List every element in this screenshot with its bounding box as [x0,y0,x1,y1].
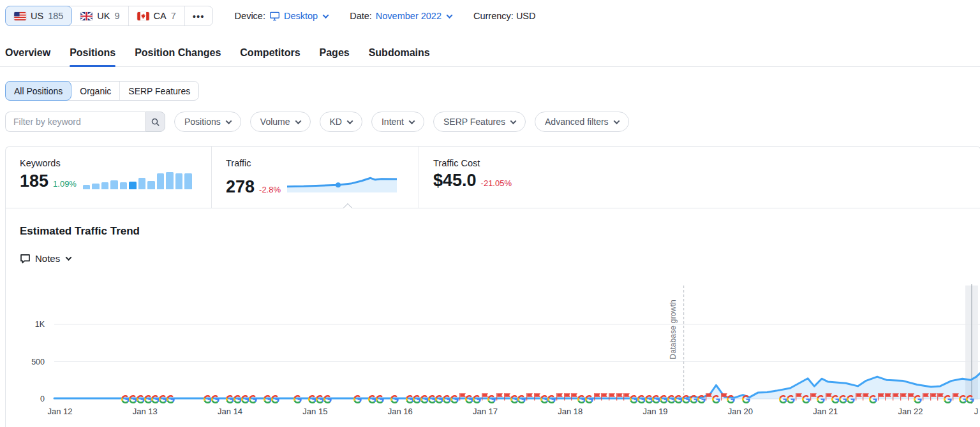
google-update-marker[interactable] [271,395,279,403]
position-type-tabs: All PositionsOrganicSERP Features [5,81,199,101]
keyword-filter-input[interactable] [5,112,145,132]
country-tab-us[interactable]: US185 [5,6,72,26]
metric-keywords[interactable]: Keywords 185 1.09% [6,147,211,208]
traffic-sparkline [287,172,397,195]
google-update-marker[interactable] [249,395,257,403]
keywords-spark-bar [138,178,146,189]
keywords-spark-bar [92,184,100,189]
top-bar: US185UK9CA7••• Device: Desktop Date: Nov… [0,0,980,27]
x-axis-tick-label: J [974,407,979,416]
google-update-icon [211,395,219,403]
chip-organic[interactable]: Organic [71,82,120,100]
x-axis-tick-label: Jan 22 [898,407,923,416]
metric-label: Keywords [20,158,211,168]
filter-dropdown-positions[interactable]: Positions [174,112,241,132]
database-growth-annotation: Database growth [669,300,678,359]
tab-subdomains[interactable]: Subdomains [369,43,430,66]
tab-competitors[interactable]: Competitors [240,43,300,66]
keywords-value: 185 [20,173,48,190]
chevron-down-icon [66,254,72,261]
note-bubble-icon [20,254,31,264]
trend-section-header: Estimated Traffic Trend Notes [6,208,980,264]
keywords-spark-bar [129,182,137,189]
google-update-icon [390,395,399,403]
keywords-sparkline [83,172,192,189]
metric-label: Traffic Cost [433,158,980,168]
keyword-search [5,112,165,132]
country-tab-ca[interactable]: CA7 [129,6,185,25]
keywords-delta: 1.09% [53,179,77,189]
google-update-marker[interactable] [293,395,302,403]
device-selector[interactable]: Desktop [269,11,328,21]
section-divider [6,208,980,208]
google-update-marker[interactable] [353,395,362,403]
country-code: UK [97,11,110,21]
search-button[interactable] [145,112,165,132]
filter-dropdown-advanced-filters[interactable]: Advanced filters [535,112,629,132]
traffic-value: 278 [226,178,255,196]
desktop-icon [269,11,280,21]
trend-title: Estimated Traffic Trend [20,225,980,238]
google-update-icon [353,395,362,403]
filter-row: PositionsVolumeKDIntentSERP FeaturesAdva… [0,101,980,132]
filter-dropdown-label: Intent [382,117,404,127]
search-icon [151,117,160,127]
x-axis-tick-label: Jan 20 [728,407,753,416]
x-axis-tick-label: Jan 16 [388,407,413,416]
google-update-icon [323,395,332,403]
country-code: CA [154,11,167,21]
keywords-spark-bar [147,181,155,189]
country-tabs: US185UK9CA7••• [5,6,213,26]
chevron-down-icon [225,118,232,124]
filter-dropdown-label: SERP Features [443,117,505,127]
google-update-marker[interactable] [167,395,175,403]
metric-traffic[interactable]: Traffic 278 -2.8% [211,147,419,208]
tab-positions[interactable]: Positions [70,43,115,66]
google-update-marker[interactable] [323,395,332,403]
notes-label: Notes [35,253,60,264]
country-count: 7 [171,11,176,21]
chip-serp-features[interactable]: SERP Features [120,82,198,100]
tab-overview[interactable]: Overview [5,43,50,66]
google-update-marker[interactable] [727,395,735,403]
google-update-marker[interactable] [390,395,399,403]
filter-dropdown-intent[interactable]: Intent [371,112,424,132]
traffic-trend-chart: 05001KJan 12Jan 13Jan 14Jan 15Jan 16Jan … [0,282,980,423]
notes-toggle[interactable]: Notes [20,253,71,264]
x-axis-tick-label: Jan 21 [813,407,838,416]
google-update-icon [966,395,974,403]
uk-flag-icon [80,12,93,20]
filter-dropdown-kd[interactable]: KD [320,112,362,132]
keywords-spark-bar [110,180,118,189]
chevron-down-icon [295,118,301,124]
positions-card: Keywords 185 1.09% Traffic 278 -2.8% Tra… [5,146,980,427]
report-nav-tabs: OverviewPositionsPosition ChangesCompeti… [0,43,980,67]
keywords-spark-bar [83,185,91,189]
tab-pages[interactable]: Pages [320,43,350,66]
device-value: Desktop [284,11,318,21]
google-update-icon [167,395,175,403]
x-axis-tick-label: Jan 18 [558,407,583,416]
tab-position-changes[interactable]: Position Changes [135,43,221,66]
filter-dropdown-label: Volume [260,117,290,127]
filter-dropdown-label: Positions [184,117,221,127]
y-axis-tick-label: 500 [6,358,45,366]
x-axis-tick-label: Jan 19 [643,407,668,416]
google-update-marker[interactable] [742,395,750,403]
metric-traffic-cost[interactable]: Traffic Cost $45.0 -21.05% [419,147,980,208]
position-type-row: All PositionsOrganicSERP Features [0,67,980,101]
google-update-icon [742,395,750,403]
country-tab-uk[interactable]: UK9 [72,6,128,25]
date-selector[interactable]: November 2022 [376,11,452,21]
filter-dropdown-serp-features[interactable]: SERP Features [433,112,526,132]
chip-all-positions[interactable]: All Positions [5,81,71,101]
more-countries-button[interactable]: ••• [185,6,212,25]
keywords-spark-bar [157,173,165,189]
traffic-cost-value: $45.0 [433,172,477,189]
google-update-marker[interactable] [211,395,219,403]
ca-flag-icon [137,12,149,20]
google-update-marker[interactable] [376,395,384,403]
filter-dropdown-volume[interactable]: Volume [250,112,311,132]
google-update-marker[interactable] [966,395,974,403]
traffic-delta: -2.8% [259,185,281,194]
